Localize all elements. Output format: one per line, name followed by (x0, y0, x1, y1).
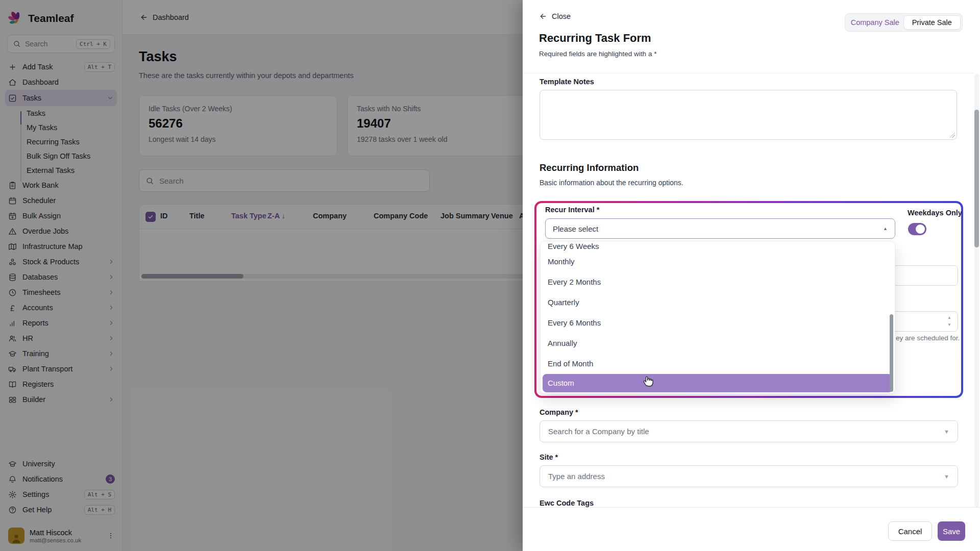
recur-interval-select[interactable]: Please select ▲ (545, 218, 895, 239)
stepper-arrows-icon[interactable]: ▲▼ (947, 314, 951, 329)
recurring-information-heading: Recurring Information (540, 162, 639, 173)
dropdown-option-monthly[interactable]: Monthly (541, 252, 895, 272)
caret-up-icon: ▲ (883, 226, 888, 231)
recur-interval-dropdown: Every 6 WeeksMonthlyEvery 2 MonthsQuarte… (540, 241, 895, 394)
recur-interval-label: Recur Interval * (545, 206, 599, 214)
company-sale-button[interactable]: Company Sale (847, 15, 903, 30)
drawer-title: Recurring Task Form (539, 32, 651, 45)
dropdown-option-annually[interactable]: Annually (541, 333, 895, 354)
drawer-subtitle: Required fields are highlighted with a * (539, 50, 656, 58)
dropdown-option-every-6-weeks[interactable]: Every 6 Weeks (541, 241, 895, 252)
dropdown-option-every-2-months[interactable]: Every 2 Months (541, 272, 895, 292)
site-placeholder: Type an address (548, 472, 605, 481)
company-placeholder: Search for a Company by title (548, 427, 649, 436)
recur-interval-placeholder: Please select (553, 224, 598, 233)
close-label: Close (552, 12, 571, 20)
weekdays-only-label: Weekdays Only (908, 209, 962, 217)
dropdown-scrollbar-thumb[interactable] (890, 314, 893, 392)
divider (523, 73, 974, 73)
arrow-left-icon (539, 12, 547, 20)
recurring-task-drawer: Close Company Sale Private Sale Recurrin… (523, 0, 980, 551)
dropdown-option-label: Every 6 Weeks (548, 241, 895, 252)
caret-down-icon: ▼ (944, 473, 949, 480)
site-select[interactable]: Type an address ▼ (540, 465, 958, 487)
recurring-information-description: Basic information about the recurring op… (540, 179, 683, 187)
company-label: Company * (540, 408, 578, 416)
drawer-footer: Cancel Save (523, 507, 980, 551)
caret-down-icon: ▼ (944, 429, 949, 435)
drawer-scrollbar-thumb[interactable] (974, 110, 979, 247)
sale-type-segmented-control: Company Sale Private Sale (845, 13, 963, 32)
cancel-button[interactable]: Cancel (888, 521, 932, 541)
dropdown-option-every-6-months[interactable]: Every 6 Months (541, 313, 895, 333)
ewc-code-tags-label: Ewc Code Tags (540, 499, 594, 507)
dropdown-option-custom[interactable]: Custom (543, 374, 893, 392)
weekdays-only-toggle[interactable] (908, 223, 926, 235)
screen: Teamleaf Search Ctrl + K Add Task Alt + … (0, 0, 980, 551)
hidden-helper-text-fragment: ey are scheduled for. (896, 334, 960, 342)
site-label: Site * (540, 453, 558, 461)
dropdown-option-end-of-month[interactable]: End of Month (541, 354, 895, 374)
resize-grip-icon[interactable] (949, 132, 955, 138)
template-notes-label: Template Notes (540, 78, 594, 86)
toggle-knob (916, 224, 925, 234)
template-notes-textarea[interactable] (540, 90, 957, 140)
close-drawer-button[interactable]: Close (539, 12, 571, 20)
company-select[interactable]: Search for a Company by title ▼ (540, 420, 958, 442)
save-button[interactable]: Save (938, 521, 965, 541)
modal-overlay[interactable] (0, 0, 523, 551)
dropdown-option-quarterly[interactable]: Quarterly (541, 292, 895, 313)
private-sale-button[interactable]: Private Sale (903, 15, 961, 30)
